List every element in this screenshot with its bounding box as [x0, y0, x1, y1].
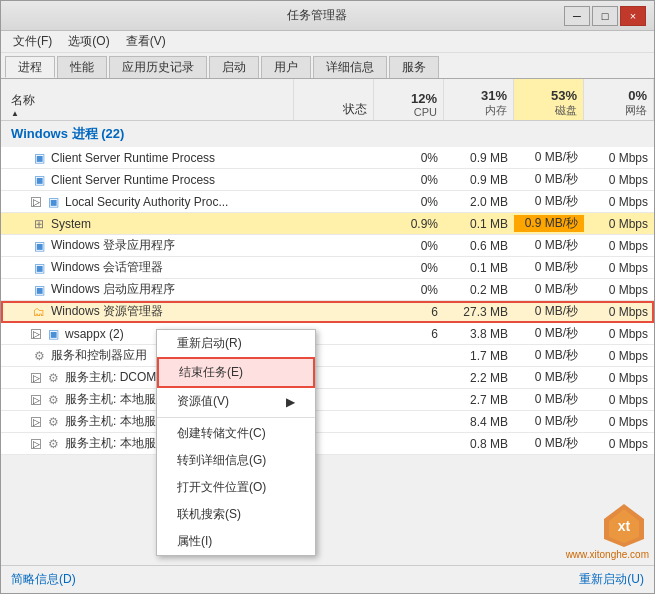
table-row[interactable]: ⚙ 服务和控制器应用 1.7 MB 0 MB/秒 0 Mbps — [1, 345, 654, 367]
context-menu: 重新启动(R) 结束任务(E) 资源值(V) ▶ 创建转储文件(C) 转到详细信… — [156, 329, 316, 556]
table-row[interactable]: ▷ ⚙ 服务主机: 本地服务 (6) 2.7 MB 0 MB/秒 0 Mbps — [1, 389, 654, 411]
process-name: ▣ Client Server Runtime Process — [1, 172, 294, 188]
process-name: ⊞ System — [1, 216, 294, 232]
table-row[interactable]: ▣ Windows 启动应用程序 0% 0.2 MB 0 MB/秒 0 Mbps — [1, 279, 654, 301]
table-row[interactable]: ▣ Windows 登录应用程序 0% 0.6 MB 0 MB/秒 0 Mbps — [1, 235, 654, 257]
disk-cell: 0 MB/秒 — [514, 149, 584, 166]
memory-cell: 2.0 MB — [444, 195, 514, 209]
menu-file[interactable]: 文件(F) — [5, 31, 60, 52]
context-menu-details[interactable]: 转到详细信息(G) — [157, 447, 315, 474]
memory-cell: 2.7 MB — [444, 393, 514, 407]
table-row[interactable]: ▣ Client Server Runtime Process 0% 0.9 M… — [1, 147, 654, 169]
col-network[interactable]: 0% 网络 — [584, 79, 654, 120]
disk-cell: 0 MB/秒 — [514, 193, 584, 210]
table-row[interactable]: ▣ Client Server Runtime Process 0% 0.9 M… — [1, 169, 654, 191]
process-icon: ▣ — [45, 326, 61, 342]
process-table[interactable]: Windows 进程 (22) ▣ Client Server Runtime … — [1, 121, 654, 565]
status-restart-link[interactable]: 重新启动(U) — [579, 571, 644, 588]
process-name: 🗂 Windows 资源管理器 — [1, 303, 294, 320]
close-button[interactable]: × — [620, 6, 646, 26]
network-cell: 0 Mbps — [584, 415, 654, 429]
svg-text:xt: xt — [618, 518, 631, 534]
expand-icon[interactable]: ▷ — [31, 417, 41, 427]
context-menu-restart[interactable]: 重新启动(R) — [157, 330, 315, 357]
col-disk[interactable]: 53% 磁盘 — [514, 79, 584, 120]
table-row[interactable]: ▣ Windows 会话管理器 0% 0.1 MB 0 MB/秒 0 Mbps — [1, 257, 654, 279]
service-icon: ⚙ — [45, 414, 61, 430]
disk-cell: 0 MB/秒 — [514, 171, 584, 188]
network-cell: 0 Mbps — [584, 151, 654, 165]
table-row[interactable]: ▷ ▣ wsappx (2) 6 3.8 MB 0 MB/秒 0 Mbps — [1, 323, 654, 345]
maximize-button[interactable]: □ — [592, 6, 618, 26]
watermark: xt www.xitonghe.com — [566, 499, 649, 560]
context-menu-dump[interactable]: 创建转储文件(C) — [157, 420, 315, 447]
network-cell: 0 Mbps — [584, 261, 654, 275]
cpu-cell: 0% — [374, 261, 444, 275]
process-icon: ▣ — [31, 282, 47, 298]
tab-startup[interactable]: 启动 — [209, 56, 259, 78]
menu-view[interactable]: 查看(V) — [118, 31, 174, 52]
cpu-cell: 0% — [374, 195, 444, 209]
tab-users[interactable]: 用户 — [261, 56, 311, 78]
network-cell: 0 Mbps — [584, 217, 654, 231]
cpu-cell: 0% — [374, 151, 444, 165]
network-cell: 0 Mbps — [584, 283, 654, 297]
status-brief-link[interactable]: 简略信息(D) — [11, 571, 76, 588]
process-name: ▣ Windows 会话管理器 — [1, 259, 294, 276]
network-cell: 0 Mbps — [584, 393, 654, 407]
process-icon: ▣ — [31, 150, 47, 166]
expand-icon[interactable]: ▷ — [31, 197, 41, 207]
col-name[interactable]: 名称 ▲ — [1, 79, 294, 120]
memory-cell: 2.2 MB — [444, 371, 514, 385]
expand-icon[interactable]: ▷ — [31, 439, 41, 449]
process-icon: ▣ — [31, 260, 47, 276]
table-row[interactable]: ▷ ⚙ 服务主机: 本地服务(网络受限) 8.4 MB 0 MB/秒 0 Mbp… — [1, 411, 654, 433]
disk-cell: 0.9 MB/秒 — [514, 215, 584, 232]
context-menu-search[interactable]: 联机搜索(S) — [157, 501, 315, 528]
tab-details[interactable]: 详细信息 — [313, 56, 387, 78]
cpu-cell: 6 — [374, 327, 444, 341]
col-status[interactable]: 状态 — [294, 79, 374, 120]
menu-options[interactable]: 选项(O) — [60, 31, 117, 52]
memory-cell: 27.3 MB — [444, 305, 514, 319]
memory-cell: 8.4 MB — [444, 415, 514, 429]
disk-cell: 0 MB/秒 — [514, 347, 584, 364]
process-name: ▷ ▣ Local Security Authority Proc... — [1, 194, 294, 210]
cpu-cell: 0% — [374, 283, 444, 297]
col-memory[interactable]: 31% 内存 — [444, 79, 514, 120]
disk-cell: 0 MB/秒 — [514, 281, 584, 298]
cpu-cell: 0.9% — [374, 217, 444, 231]
expand-icon[interactable]: ▷ — [31, 329, 41, 339]
context-menu-properties[interactable]: 属性(I) — [157, 528, 315, 555]
tab-services[interactable]: 服务 — [389, 56, 439, 78]
watermark-logo-icon: xt — [599, 499, 649, 549]
title-bar: 任务管理器 ─ □ × — [1, 1, 654, 31]
table-row[interactable]: ▷ ⚙ 服务主机: 本地服务(无槽拟) (2) 0.8 MB 0 MB/秒 0 … — [1, 433, 654, 455]
process-name: ▣ Windows 启动应用程序 — [1, 281, 294, 298]
context-menu-end-task[interactable]: 结束任务(E) — [157, 357, 315, 388]
col-cpu[interactable]: 12% CPU — [374, 79, 444, 120]
tab-processes[interactable]: 进程 — [5, 56, 55, 78]
process-icon: ▣ — [45, 194, 61, 210]
network-cell: 0 Mbps — [584, 349, 654, 363]
window-controls: ─ □ × — [564, 6, 646, 26]
disk-cell: 0 MB/秒 — [514, 391, 584, 408]
cpu-cell: 6 — [374, 305, 444, 319]
tab-app-history[interactable]: 应用历史记录 — [109, 56, 207, 78]
status-bar: 简略信息(D) 重新启动(U) — [1, 565, 654, 593]
context-menu-resource[interactable]: 资源值(V) ▶ — [157, 388, 315, 415]
memory-cell: 3.8 MB — [444, 327, 514, 341]
context-menu-open-location[interactable]: 打开文件位置(O) — [157, 474, 315, 501]
expand-icon[interactable]: ▷ — [31, 395, 41, 405]
table-row[interactable]: ▷ ▣ Local Security Authority Proc... 0% … — [1, 191, 654, 213]
network-cell: 0 Mbps — [584, 371, 654, 385]
table-row[interactable]: ▷ ⚙ 服务主机: DCOM 服务器进程... 2.2 MB 0 MB/秒 0 … — [1, 367, 654, 389]
table-row-explorer[interactable]: 🗂 Windows 资源管理器 6 27.3 MB 0 MB/秒 0 Mbps — [1, 301, 654, 323]
table-row[interactable]: ⊞ System 0.9% 0.1 MB 0.9 MB/秒 0 Mbps — [1, 213, 654, 235]
tab-performance[interactable]: 性能 — [57, 56, 107, 78]
minimize-button[interactable]: ─ — [564, 6, 590, 26]
service-icon: ⚙ — [45, 392, 61, 408]
window-title: 任务管理器 — [69, 7, 564, 24]
expand-icon[interactable]: ▷ — [31, 373, 41, 383]
watermark-url: www.xitonghe.com — [566, 549, 649, 560]
